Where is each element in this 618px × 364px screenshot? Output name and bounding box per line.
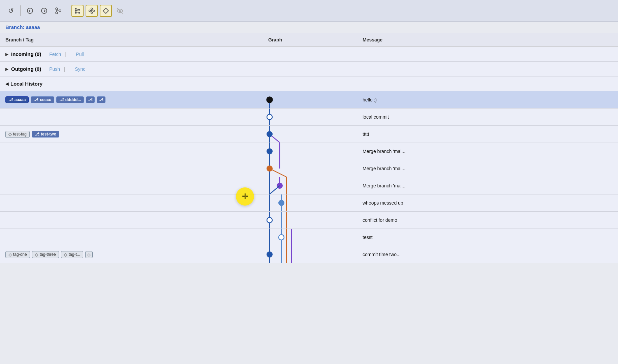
graph-view-button[interactable] [71, 5, 84, 17]
branch-tag-plain2[interactable]: ⎇ [97, 96, 105, 103]
graph-col-1 [263, 91, 357, 108]
message-col-2: local commit [357, 112, 618, 122]
commit-row-9[interactable]: tesst [0, 229, 618, 246]
back-icon[interactable] [24, 5, 36, 17]
tag-badge-test-tag[interactable]: ◇ test-tag [5, 131, 30, 138]
commit-row-2[interactable]: local commit [0, 109, 618, 126]
graph-col-2 [263, 109, 357, 125]
outgoing-arrow[interactable]: ▶ [5, 67, 8, 71]
tag-badge-tag-three[interactable]: ◇ tag-three [32, 251, 59, 258]
local-history-arrow[interactable]: ◀ [5, 82, 8, 86]
branch-tag-label: ccccc [40, 97, 51, 102]
tag-badge-tag-one[interactable]: ◇ tag-one [5, 251, 30, 258]
local-history-header: ◀ Local History [0, 77, 618, 91]
svg-point-31 [267, 131, 272, 137]
branch-tag-label: ddddd... [65, 97, 81, 102]
branch-tag-icon: ⎇ [99, 97, 103, 102]
commit-row-5[interactable]: Merge branch 'mai... [0, 160, 618, 177]
commit-row-10-left: ◇ tag-one ◇ tag-three ◇ tag-t... ◇ [0, 249, 263, 260]
outgoing-row: ▶ Outgoing (0) Push | Sync [0, 62, 618, 77]
graph-col-7 [263, 194, 357, 211]
tag-label: tag-t... [69, 252, 80, 257]
commit-row-6-left [0, 184, 263, 188]
message-col-1: hello :) [357, 95, 618, 104]
sync-link[interactable]: Sync [75, 66, 85, 72]
toolbar: ↺ [0, 0, 618, 22]
branch-tag-ccccc[interactable]: ⎇ ccccc [31, 96, 54, 103]
incoming-title: Incoming (0) [11, 51, 41, 57]
local-history-title: Local History [10, 81, 42, 87]
graph-svg-2 [263, 109, 357, 125]
graph-col-5 [263, 160, 357, 177]
incoming-arrow[interactable]: ▶ [5, 52, 8, 57]
svg-point-25 [267, 97, 273, 103]
col-graph: Graph [263, 35, 357, 44]
commit-row-3-left: ◇ test-tag ⎇ test-two [0, 129, 263, 140]
tag-icon: ◇ [35, 252, 38, 257]
graph-svg-10 [263, 246, 357, 263]
incoming-left: ▶ Incoming (0) Fetch | Pull [0, 49, 263, 59]
hide-icon[interactable] [114, 5, 126, 17]
forward-icon[interactable] [38, 5, 50, 17]
branch-name[interactable]: aaaaa [26, 24, 40, 30]
commit-row-7-left [0, 201, 263, 205]
graph-svg-9 [263, 229, 357, 246]
tag-icon: ◇ [64, 252, 67, 257]
branch-tag-ddddd[interactable]: ⎇ ddddd... [56, 96, 84, 103]
graph-svg-3 [263, 126, 357, 143]
push-link[interactable]: Push [49, 66, 60, 72]
refresh-icon[interactable]: ↺ [5, 5, 17, 17]
nodes-view-button[interactable] [86, 5, 98, 17]
tag-icon: ◇ [87, 252, 91, 257]
graph-col-10 [263, 246, 357, 263]
message-col-9: tesst [357, 233, 618, 242]
branch-tag-aaaaa[interactable]: ⎇ aaaaa [5, 96, 29, 103]
commits-area: ✛ ⎇ aaaaa ⎇ ccccc ⎇ ddddd... ⎇ [0, 91, 618, 263]
commit-row-4-left [0, 149, 263, 153]
graph-svg-8 [263, 212, 357, 229]
svg-point-15 [89, 10, 91, 11]
push-sync-sep: | [64, 66, 65, 72]
svg-point-16 [91, 8, 93, 9]
col-branch-tag: Branch / Tag [0, 35, 263, 44]
svg-point-51 [267, 217, 272, 223]
commit-row-5-left [0, 166, 263, 171]
message-col-3: ttttt [357, 129, 618, 139]
svg-point-1 [41, 8, 47, 13]
tag-label: tag-three [40, 252, 56, 257]
graph-col-8 [263, 212, 357, 229]
commit-row-10[interactable]: ◇ tag-one ◇ tag-three ◇ tag-t... ◇ [0, 246, 618, 263]
tag-view-button[interactable] [100, 5, 112, 17]
tag-badge-tag-t[interactable]: ◇ tag-t... [61, 251, 83, 258]
graph-svg-7 [263, 194, 357, 211]
tag-badge-plain[interactable]: ◇ [85, 251, 93, 258]
toolbar-divider-1 [20, 5, 21, 16]
message-col-4: Merge branch 'mai... [357, 147, 618, 156]
branch-label: Branch: [5, 24, 25, 30]
branch-tag-test-two[interactable]: ⎇ test-two [32, 131, 59, 138]
branch-tag-plain1[interactable]: ⎇ [86, 96, 95, 103]
commit-row-6[interactable]: Merge branch 'mai... [0, 177, 618, 194]
graph-col-6 [263, 177, 357, 194]
svg-point-2 [56, 8, 58, 10]
commit-row-1[interactable]: ⎇ aaaaa ⎇ ccccc ⎇ ddddd... ⎇ ⎇ [0, 91, 618, 109]
commit-row-8[interactable]: conflict for demo [0, 212, 618, 229]
commit-row-4[interactable]: Merge branch 'mai... [0, 143, 618, 160]
graph-svg-1 [263, 91, 357, 108]
commit-row-3[interactable]: ◇ test-tag ⎇ test-two ttttt [0, 126, 618, 143]
graph-col-4 [263, 143, 357, 160]
svg-point-28 [267, 114, 272, 120]
svg-point-4 [59, 10, 61, 12]
message-col-7: whoops messed up [357, 198, 618, 208]
graph-svg-5 [263, 160, 357, 177]
fetch-link[interactable]: Fetch [49, 52, 61, 57]
toolbar-divider-2 [68, 5, 68, 16]
branch-tag-label: aaaaa [14, 97, 26, 102]
branch-tree-icon[interactable] [52, 5, 64, 17]
commit-row-1-left: ⎇ aaaaa ⎇ ccccc ⎇ ddddd... ⎇ ⎇ [0, 94, 263, 105]
commit-row-7[interactable]: whoops messed up [0, 194, 618, 212]
svg-point-61 [267, 252, 272, 257]
pull-link[interactable]: Pull [76, 52, 84, 57]
message-col-10: commit time two... [357, 250, 618, 259]
tag-label: test-tag [13, 132, 27, 136]
